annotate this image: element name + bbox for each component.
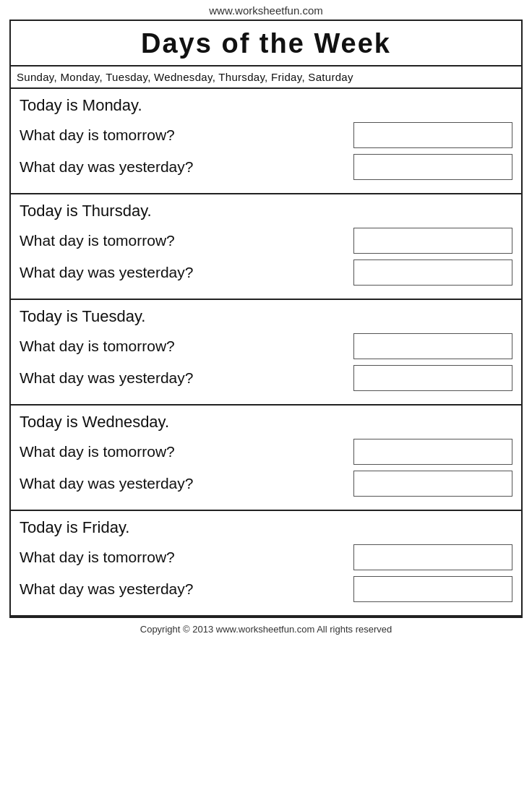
question-row-tomorrow-3: What day is tomorrow? xyxy=(20,333,512,359)
question-row-yesterday-3: What day was yesterday? xyxy=(20,365,512,391)
question-tomorrow-text-1: What day is tomorrow? xyxy=(20,126,175,144)
answer-box-tomorrow-3[interactable] xyxy=(353,333,512,359)
section-4: Today is Wednesday. What day is tomorrow… xyxy=(11,406,521,511)
section-3: Today is Tuesday. What day is tomorrow? … xyxy=(11,300,521,406)
answer-box-yesterday-2[interactable] xyxy=(353,259,512,286)
answer-box-tomorrow-5[interactable] xyxy=(353,544,512,570)
question-row-yesterday-5: What day was yesterday? xyxy=(20,576,512,602)
website-url: www.worksheetfun.com xyxy=(209,0,323,20)
answer-box-yesterday-1[interactable] xyxy=(353,154,512,180)
copyright-text: Copyright © 2013 www.worksheetfun.com Al… xyxy=(9,617,523,639)
question-tomorrow-text-5: What day is tomorrow? xyxy=(20,549,175,566)
question-row-yesterday-2: What day was yesterday? xyxy=(20,259,512,286)
section-5: Today is Friday. What day is tomorrow? W… xyxy=(11,511,521,615)
days-list-row: Sunday, Monday, Tuesday, Wednesday, Thur… xyxy=(11,67,521,89)
question-yesterday-text-3: What day was yesterday? xyxy=(20,369,193,387)
question-yesterday-text-5: What day was yesterday? xyxy=(20,580,193,598)
question-yesterday-text-4: What day was yesterday? xyxy=(20,475,193,492)
section-2: Today is Thursday. What day is tomorrow?… xyxy=(11,194,521,300)
question-row-tomorrow-1: What day is tomorrow? xyxy=(20,122,512,148)
answer-box-yesterday-3[interactable] xyxy=(353,365,512,391)
question-row-tomorrow-5: What day is tomorrow? xyxy=(20,544,512,570)
question-yesterday-text-1: What day was yesterday? xyxy=(20,158,193,176)
worksheet-title: Days of the Week xyxy=(141,28,391,59)
question-yesterday-text-2: What day was yesterday? xyxy=(20,264,193,281)
today-label-4: Today is Wednesday. xyxy=(20,413,512,432)
answer-box-tomorrow-4[interactable] xyxy=(353,439,512,465)
answer-box-tomorrow-2[interactable] xyxy=(353,228,512,254)
question-row-yesterday-4: What day was yesterday? xyxy=(20,471,512,497)
today-label-5: Today is Friday. xyxy=(20,518,512,537)
question-tomorrow-text-3: What day is tomorrow? xyxy=(20,338,175,355)
today-label-1: Today is Monday. xyxy=(20,96,512,115)
answer-box-yesterday-5[interactable] xyxy=(353,576,512,602)
today-label-2: Today is Thursday. xyxy=(20,202,512,220)
section-1: Today is Monday. What day is tomorrow? W… xyxy=(11,89,521,194)
answer-box-yesterday-4[interactable] xyxy=(353,471,512,497)
question-row-tomorrow-4: What day is tomorrow? xyxy=(20,439,512,465)
question-tomorrow-text-2: What day is tomorrow? xyxy=(20,232,175,249)
question-tomorrow-text-4: What day is tomorrow? xyxy=(20,443,175,460)
worksheet-container: Days of the Week Sunday, Monday, Tuesday… xyxy=(9,20,523,617)
question-row-tomorrow-2: What day is tomorrow? xyxy=(20,228,512,254)
answer-box-tomorrow-1[interactable] xyxy=(353,122,512,148)
question-row-yesterday-1: What day was yesterday? xyxy=(20,154,512,180)
title-box: Days of the Week xyxy=(11,21,521,67)
today-label-3: Today is Tuesday. xyxy=(20,307,512,326)
